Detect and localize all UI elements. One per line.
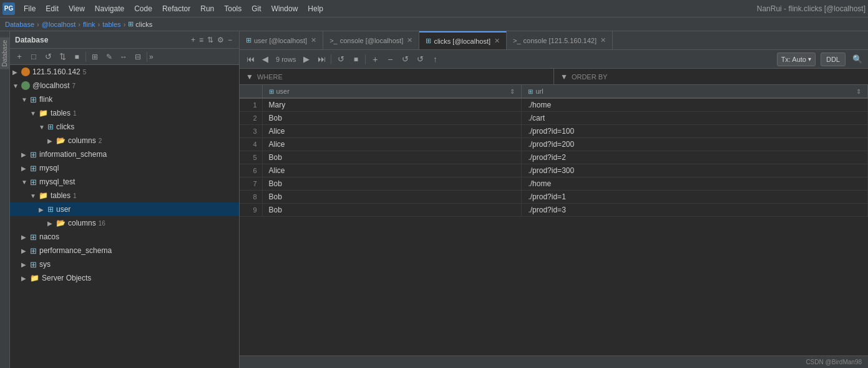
where-input[interactable] [286, 73, 547, 81]
tree-item-server-objects[interactable]: ▶ 📁 Server Objects [10, 271, 239, 285]
db-icon: ⊞ [30, 260, 37, 269]
menu-run[interactable]: Run [195, 3, 219, 14]
menu-navigate[interactable]: Navigate [90, 3, 129, 14]
tab-clicks-localhost[interactable]: ⊞ clicks [@localhost] ✕ [419, 31, 507, 49]
table-row[interactable]: 4Alice./prod?id=200 [240, 138, 868, 151]
menu-tools[interactable]: Tools [219, 3, 246, 14]
tree-item-user[interactable]: ▶ ⊞ user [10, 202, 239, 216]
tx-dropdown[interactable]: Tx: Auto ▾ [777, 52, 816, 66]
tab-console-localhost[interactable]: >_ console [@localhost] ✕ [323, 31, 419, 49]
orderby-input[interactable] [611, 73, 862, 81]
table-row[interactable]: 5Bob./prod?id=2 [240, 151, 868, 164]
settings-icon[interactable]: ⚙ [217, 36, 224, 44]
nav-prev-btn[interactable]: ◀ [258, 52, 272, 66]
nav-next-btn[interactable]: ▶ [300, 52, 313, 66]
menu-refactor[interactable]: Refactor [157, 3, 195, 14]
query-toolbar: ⏮ ◀ 9 rows ▶ ⏭ ↺ ■ + − ↺ ↺ ↑ Tx: Auto ▾ … [240, 50, 868, 69]
arrow-icon: ▼ [21, 179, 30, 186]
table-view-btn[interactable]: ⊞ [88, 50, 102, 64]
tree-item-mysql-test[interactable]: ▼ ⊞ mysql_test [10, 175, 239, 189]
tree-item-flink[interactable]: ▼ ⊞ flink [10, 92, 239, 106]
tree-item-tables2[interactable]: ▼ 📁 tables 1 [10, 189, 239, 202]
menu-help[interactable]: Help [303, 3, 328, 14]
table-tab-icon: ⊞ [246, 36, 251, 44]
table-row[interactable]: 9Bob./prod?id=3 [240, 204, 868, 217]
col-header-url[interactable]: ⊞ url ⇕ [522, 85, 868, 98]
add-row-btn[interactable]: + [368, 52, 382, 66]
close-icon[interactable]: ✕ [494, 37, 500, 45]
revert-btn[interactable]: ↺ [398, 52, 412, 66]
table-row[interactable]: 3Alice./prod?id=100 [240, 125, 868, 138]
more-btn[interactable]: » [149, 52, 154, 61]
tree-item-info-schema[interactable]: ▶ ⊞ information_schema [10, 147, 239, 161]
folder-icon: 📂 [56, 219, 66, 227]
nav-last-btn[interactable]: ⏭ [315, 52, 328, 66]
close-icon[interactable]: ✕ [600, 36, 606, 44]
col-header-rownum [240, 85, 262, 98]
breadcrumb-sep2: › [78, 21, 80, 28]
stop-btn[interactable]: ■ [70, 50, 84, 64]
col-sort-icon[interactable]: ⇕ [510, 88, 515, 95]
add-connection-icon[interactable]: + [191, 36, 195, 44]
menu-view[interactable]: View [64, 3, 90, 14]
copy-btn[interactable]: □ [27, 50, 41, 64]
tree-item-clicks[interactable]: ▼ ⊞ clicks [10, 120, 239, 134]
revert2-btn[interactable]: ↺ [413, 52, 427, 66]
tree-item-server1[interactable]: ▶ 121.5.160.142 5 [10, 65, 239, 79]
rows-display: 9 rows [273, 56, 298, 63]
table-row[interactable]: 7Bob./home [240, 177, 868, 191]
tree-item-nacos[interactable]: ▶ ⊞ nacos [10, 230, 239, 244]
tab-console-remote[interactable]: >_ console [121.5.160.142] ✕ [507, 31, 613, 49]
upload-btn[interactable]: ↑ [428, 52, 442, 66]
menu-git[interactable]: Git [246, 3, 266, 14]
breadcrumb-database[interactable]: Database [5, 21, 34, 28]
new-connection-btn[interactable]: + [12, 50, 26, 64]
menu-file[interactable]: File [19, 3, 41, 14]
refresh-btn[interactable]: ↺ [41, 50, 55, 64]
cell-user: Bob [262, 112, 522, 125]
list-view-icon[interactable]: ≡ [199, 36, 203, 44]
tree-item-localhost[interactable]: ▼ @localhost 7 [10, 79, 239, 92]
link-btn[interactable]: ↔ [117, 50, 130, 64]
sort-icon[interactable]: ⇅ [207, 36, 213, 44]
nav-first-btn[interactable]: ⏮ [243, 52, 257, 66]
table-row[interactable]: 8Bob./prod?id=1 [240, 191, 868, 204]
cell-url: ./prod?id=3 [522, 204, 868, 217]
db-icon: ⊞ [30, 177, 37, 187]
table-row[interactable]: 1Mary./home [240, 98, 868, 112]
table-container: ⊞ user ⇕ ⊞ url ⇕ [240, 85, 868, 356]
menu-edit[interactable]: Edit [41, 3, 64, 14]
tree-item-columns2[interactable]: ▶ 📂 columns 16 [10, 216, 239, 230]
sync-btn[interactable]: ⇅ [56, 50, 69, 64]
col-sort-icon[interactable]: ⇕ [856, 88, 861, 95]
close-icon[interactable]: ✕ [407, 36, 412, 44]
col-header-user[interactable]: ⊞ user ⇕ [262, 85, 522, 98]
delete-row-btn[interactable]: − [383, 52, 397, 66]
tree-item-perf-schema[interactable]: ▶ ⊞ performance_schema [10, 244, 239, 257]
tree-item-sys[interactable]: ▶ ⊞ sys [10, 257, 239, 271]
stop-query-btn[interactable]: ■ [349, 52, 363, 66]
cell-url: ./prod?id=200 [522, 138, 868, 151]
breadcrumb-localhost[interactable]: @localhost [42, 21, 76, 28]
minimize-icon[interactable]: − [228, 36, 232, 44]
table-row[interactable]: 2Bob./cart [240, 112, 868, 125]
db-icon: ⊞ [30, 232, 37, 242]
menu-window[interactable]: Window [266, 3, 303, 14]
search-btn[interactable]: 🔍 [851, 52, 864, 66]
breadcrumb-tables[interactable]: tables [102, 21, 120, 28]
edit-btn[interactable]: ✎ [102, 50, 116, 64]
tree-item-mysql[interactable]: ▶ ⊞ mysql [10, 161, 239, 175]
database-tab-label[interactable]: Database [0, 37, 9, 69]
close-icon[interactable]: ✕ [311, 36, 316, 44]
table-row[interactable]: 6Alice./prod?id=300 [240, 164, 868, 177]
refresh-data-btn[interactable]: ↺ [334, 52, 348, 66]
tree-item-columns1[interactable]: ▶ 📂 columns 2 [10, 134, 239, 147]
grid-btn[interactable]: ⊟ [131, 50, 145, 64]
tree-item-tables1[interactable]: ▼ 📁 tables 1 [10, 106, 239, 120]
menu-code[interactable]: Code [129, 3, 157, 14]
tab-user-localhost[interactable]: ⊞ user [@localhost] ✕ [240, 31, 323, 49]
ddl-btn[interactable]: DDL [821, 52, 846, 66]
col-type-icon: ⊞ [528, 88, 533, 95]
folder2-icon: 📁 [30, 274, 39, 282]
breadcrumb-flink[interactable]: flink [83, 21, 95, 28]
